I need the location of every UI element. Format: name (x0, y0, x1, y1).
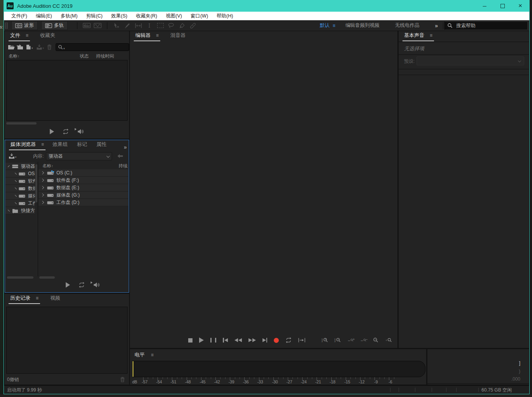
zoom-out-time-button[interactable]: ↔− (360, 337, 366, 343)
chevron-right-icon[interactable] (41, 171, 44, 174)
menu-item-multitrack[interactable]: 多轨(M) (56, 12, 82, 20)
editor-content-area[interactable] (130, 42, 397, 332)
tab-effects-rack[interactable]: 效果组 (51, 141, 69, 150)
menu-item-clip[interactable]: 剪辑(C) (82, 12, 107, 20)
preview-loop-button[interactable] (63, 128, 69, 135)
files-search-input[interactable] (65, 44, 127, 50)
preview-loop-button[interactable] (79, 282, 85, 288)
menu-item-help[interactable]: 帮助(H) (212, 12, 237, 20)
help-search-input[interactable] (455, 23, 525, 29)
move-to-next-button[interactable] (262, 338, 268, 343)
tab-editor[interactable]: 编辑器≡ (134, 32, 160, 41)
tab-video[interactable]: 视频 (49, 295, 62, 304)
tree-item-drives[interactable]: 驱动器 (5, 163, 35, 170)
menu-item-effects[interactable]: 效果(S) (107, 12, 132, 20)
zoom-in-time-button[interactable]: ↔+ (347, 337, 354, 343)
chevron-right-icon[interactable] (41, 193, 44, 197)
chevron-right-icon[interactable] (41, 186, 44, 189)
tree-item-shortcuts[interactable]: 快捷方式 (5, 207, 35, 214)
chevron-right-icon[interactable] (8, 210, 10, 212)
column-header-name[interactable]: 名称↑ (42, 163, 53, 169)
menu-item-favorites[interactable]: 收藏夹(R) (131, 12, 161, 20)
tree-item-drive[interactable]: OS (C:) (5, 170, 35, 177)
panel-menu-icon[interactable]: ≡ (156, 33, 159, 38)
tree-item-drive[interactable]: 工作盘 (D:) (5, 200, 35, 207)
workspace-default[interactable]: 默认 (320, 22, 329, 29)
skip-selection-button[interactable] (298, 338, 305, 343)
move-to-previous-button[interactable] (223, 338, 228, 343)
content-dropdown[interactable]: 驱动器 (46, 152, 112, 160)
import-file-button[interactable] (17, 43, 24, 51)
panel-menu-icon[interactable]: ≡ (41, 142, 44, 147)
tab-mixer[interactable]: 混音器 (169, 32, 187, 41)
auto-play-button[interactable] (93, 282, 100, 288)
close-button[interactable]: × (511, 0, 529, 12)
menu-item-edit[interactable]: 编辑(E) (32, 12, 56, 20)
chevron-right-icon[interactable] (15, 173, 17, 175)
tab-markers[interactable]: 标记 (75, 141, 89, 150)
files-list-area[interactable] (6, 60, 128, 121)
tab-files[interactable]: 文件≡ (9, 32, 30, 41)
tab-overflow-icon[interactable]: » (124, 144, 126, 150)
panel-menu-icon[interactable]: ≡ (151, 352, 154, 358)
fast-forward-button[interactable] (248, 338, 256, 342)
drive-row[interactable]: OS (C:) (38, 169, 128, 177)
drive-row[interactable]: 媒体盘 (G:) (38, 191, 128, 199)
panel-menu-icon[interactable]: ≡ (430, 33, 432, 38)
maximize-button[interactable] (494, 0, 511, 12)
loop-playback-button[interactable] (285, 337, 292, 343)
chevron-right-icon[interactable] (15, 195, 17, 197)
tree-item-drive[interactable]: 数据盘 (E:) (5, 185, 35, 192)
tab-favorites[interactable]: 收藏夹 (38, 32, 57, 41)
panel-menu-icon[interactable]: ≡ (26, 33, 28, 38)
workspace-radio-production[interactable]: 无线电作品 (395, 22, 420, 29)
chevron-right-icon[interactable] (41, 179, 44, 182)
menu-item-file[interactable]: 文件(F) (7, 12, 32, 20)
column-header-duration[interactable]: 持续 (119, 163, 128, 169)
minimize-button[interactable]: ─ (476, 0, 494, 12)
pause-button[interactable] (210, 338, 216, 343)
tab-essential-sound[interactable]: 基本声音≡ (402, 32, 434, 41)
help-search-box[interactable] (444, 21, 528, 30)
tree-horizontal-scrollbar[interactable] (7, 276, 33, 279)
rewind-button[interactable] (234, 338, 242, 342)
toolbar-grip-handle[interactable] (5, 23, 8, 29)
chevron-down-icon[interactable] (8, 165, 10, 167)
chevron-right-icon[interactable] (41, 201, 44, 204)
files-search-box[interactable]: ▾ (56, 43, 129, 51)
tree-vertical-scrollbar[interactable] (35, 164, 37, 202)
chevron-right-icon[interactable] (15, 188, 17, 190)
auto-play-button[interactable] (77, 129, 84, 134)
column-header-name[interactable]: 名称↑ (9, 53, 19, 59)
history-list-area[interactable] (6, 307, 128, 374)
stop-button[interactable] (188, 338, 192, 343)
drive-row[interactable]: 工作盘 (D:) (38, 199, 128, 206)
open-file-button[interactable] (8, 43, 15, 51)
panel-menu-icon[interactable]: ≡ (36, 295, 38, 301)
tab-media-browser[interactable]: 媒体浏览器≡ (9, 141, 46, 150)
menu-item-window[interactable]: 窗口(W) (186, 12, 212, 20)
media-import-button[interactable]: ▾ (8, 152, 17, 160)
new-content-button[interactable]: ▾ (26, 43, 33, 51)
column-header-status[interactable]: 状态 (80, 53, 89, 59)
pane-divider[interactable] (38, 162, 38, 276)
menu-item-view[interactable]: 视图(V) (161, 12, 186, 20)
preview-play-button[interactable] (66, 282, 70, 288)
workspace-overflow-icon[interactable]: » (435, 23, 438, 29)
chevron-right-icon[interactable] (15, 202, 17, 204)
play-button[interactable] (199, 337, 204, 343)
zoom-out-amplitude-button[interactable]: ]− (334, 337, 341, 343)
record-button[interactable] (274, 338, 279, 343)
tab-properties[interactable]: 属性 (95, 141, 108, 150)
zoom-out-full-button[interactable]: − (373, 337, 379, 343)
files-horizontal-scrollbar[interactable] (6, 122, 37, 125)
workspace-menu-icon[interactable]: ≡ (332, 23, 335, 28)
preview-play-button[interactable] (50, 129, 54, 134)
tree-item-drive[interactable]: 媒体盘 (G:) (5, 192, 35, 200)
chevron-right-icon[interactable] (15, 180, 17, 182)
multitrack-view-button[interactable]: 多轨 (41, 21, 68, 30)
workspace-edit-audio-to-video[interactable]: 编辑音频到视频 (345, 22, 380, 29)
zoom-in-amplitude-button[interactable]: ]+ (322, 337, 328, 343)
drive-row[interactable]: 数据盘 (E:) (38, 184, 128, 191)
list-horizontal-scrollbar[interactable] (39, 276, 55, 279)
